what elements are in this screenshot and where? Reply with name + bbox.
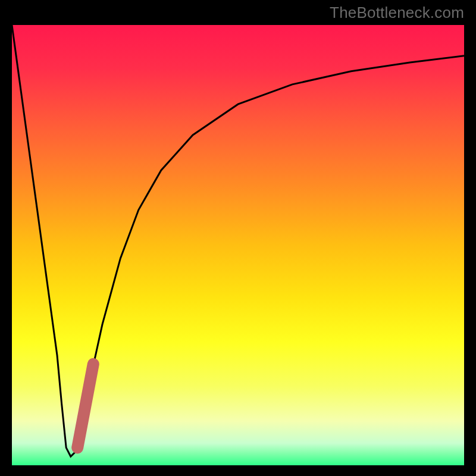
watermark-text: TheBottleneck.com	[330, 4, 464, 22]
bottleneck-chart	[12, 25, 464, 465]
plot-area	[12, 25, 464, 465]
chart-frame: TheBottleneck.com	[0, 0, 476, 476]
gradient-background	[12, 25, 464, 465]
